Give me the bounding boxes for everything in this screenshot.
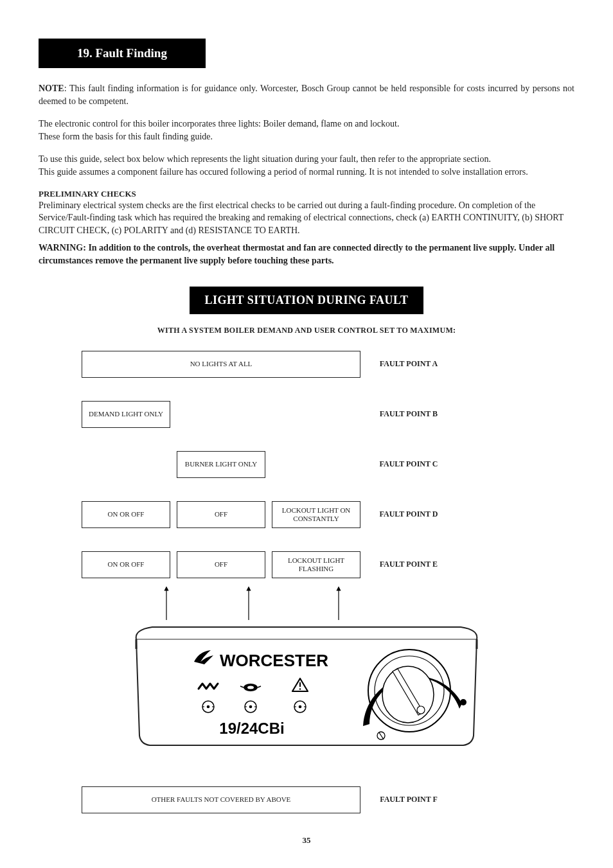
subhead: WITH A SYSTEM BOILER DEMAND AND USER CON… [39, 326, 574, 335]
cell-d-col2: OFF [177, 501, 265, 528]
cell-e-col2: OFF [177, 551, 265, 578]
preliminary-checks-title: PRELIMINARY CHECKS [39, 189, 574, 199]
fault-point-d: FAULT POINT D [380, 509, 438, 519]
led-demand [202, 701, 214, 713]
fault-row-f: OTHER FAULTS NOT COVERED BY ABOVE FAULT … [82, 786, 531, 813]
fault-point-a: FAULT POINT A [380, 359, 438, 369]
fault-row-d: ON OR OFF OFF LOCKOUT LIGHT ON CONSTANTL… [82, 501, 531, 528]
intro-line1: The electronic control for this boiler i… [39, 119, 399, 128]
cell-e-col3: LOCKOUT LIGHT FLASHING [272, 551, 360, 578]
intro-line2b: This guide assumes a component failure h… [39, 167, 528, 177]
cell-d-col3: LOCKOUT LIGHT ON CONSTANTLY [272, 501, 360, 528]
note-paragraph: NOTE: This fault finding information is … [39, 82, 574, 107]
worcester-logo: WORCESTER [194, 650, 328, 670]
fault-diagram: NO LIGHTS AT ALL FAULT POINT A DEMAND LI… [82, 351, 531, 813]
light-situation-header: LIGHT SITUATION DURING FAULT [39, 287, 574, 314]
fault-row-a: NO LIGHTS AT ALL FAULT POINT A [82, 351, 531, 378]
cell-e-col1: ON OR OFF [82, 551, 170, 578]
section-header: 19. Fault Finding [39, 39, 206, 68]
intro-para-2: To use this guide, select box below whic… [39, 153, 574, 178]
svg-point-25 [417, 706, 425, 714]
note-label: NOTE [39, 84, 64, 93]
svg-point-10 [207, 705, 210, 708]
fault-row-e: ON OR OFF OFF LOCKOUT LIGHT FLASHING FAU… [82, 551, 531, 578]
fault-point-f: FAULT POINT F [380, 795, 438, 804]
svg-point-18 [299, 705, 302, 708]
page-number: 35 [39, 835, 574, 846]
control-dial [363, 650, 466, 740]
brand-text: WORCESTER [220, 651, 328, 670]
cell-d-col1: ON OR OFF [82, 501, 170, 528]
boiler-panel-illustration: WORCESTER [127, 585, 486, 761]
cell-no-lights: NO LIGHTS AT ALL [82, 351, 360, 378]
svg-point-21 [460, 699, 466, 705]
svg-point-14 [249, 705, 253, 708]
fault-point-b: FAULT POINT B [380, 409, 438, 419]
svg-line-27 [379, 732, 384, 740]
fault-row-b: DEMAND LIGHT ONLY FAULT POINT B [82, 401, 531, 428]
note-text: : This fault finding information is for … [39, 84, 574, 106]
led-burner [245, 701, 256, 713]
fault-point-e: FAULT POINT E [380, 560, 438, 569]
svg-point-8 [299, 688, 301, 689]
intro-line1b: These form the basis for this fault find… [39, 132, 213, 141]
demand-icon [199, 684, 218, 689]
lockout-icon [292, 678, 308, 691]
svg-point-6 [247, 686, 254, 689]
warning-text: WARNING: In addition to the controls, th… [39, 242, 574, 267]
burner-icon [240, 684, 261, 691]
intro-para-1: The electronic control for this boiler i… [39, 118, 574, 143]
cell-burner-light: BURNER LIGHT ONLY [177, 451, 265, 478]
section-title: Fault Finding [96, 46, 167, 60]
fault-point-c: FAULT POINT C [380, 459, 438, 469]
led-lockout [294, 701, 306, 713]
intro-line2: To use this guide, select box below whic… [39, 154, 491, 164]
section-number: 19. [77, 46, 93, 60]
model-text: 19/24CBi [219, 720, 284, 737]
fault-row-c: BURNER LIGHT ONLY FAULT POINT C [82, 451, 531, 478]
preliminary-checks-text: Preliminary electrical system checks are… [39, 199, 574, 237]
cell-other-faults: OTHER FAULTS NOT COVERED BY ABOVE [82, 786, 360, 813]
light-situation-label: LIGHT SITUATION DURING FAULT [190, 287, 424, 314]
cell-demand-light: DEMAND LIGHT ONLY [82, 401, 170, 428]
